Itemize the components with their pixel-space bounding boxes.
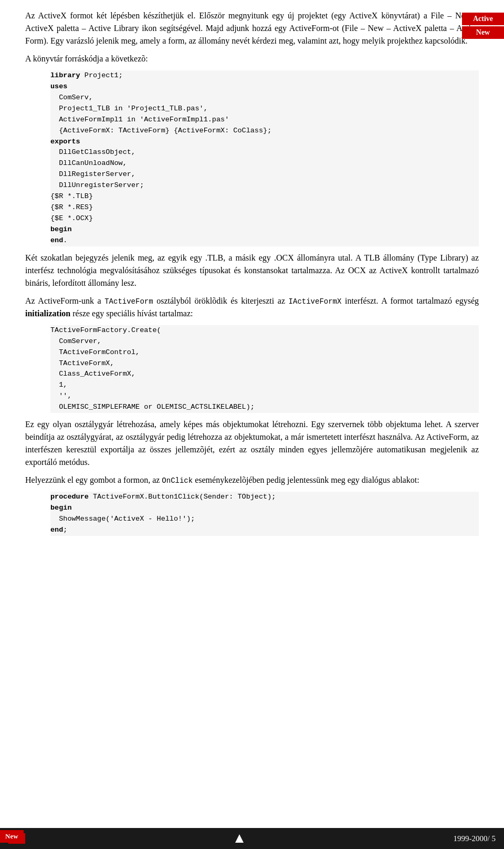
code-block-3: procedure TActiveFormX.Button1Click(Send… xyxy=(50,492,479,536)
left-new-tag: New xyxy=(0,830,24,843)
triangle-icon xyxy=(234,833,245,844)
inline-code-iactiveformx: IActiveFormX xyxy=(289,297,342,306)
paragraph-6: Helyezzünk el egy gombot a formon, az On… xyxy=(25,474,479,486)
footer-center xyxy=(234,833,245,844)
paragraph-5: Ez egy olyan osztálygyár létrehozása, am… xyxy=(25,418,479,469)
inline-code-tactiveform: TActiveForm xyxy=(104,297,153,306)
active-tag: Active xyxy=(462,13,504,25)
inline-code-onclick: OnClick xyxy=(162,477,193,485)
paragraph-1: Az ActiveX formot két lépésben készíthet… xyxy=(25,9,479,47)
paragraph-2: A könyvtár forráskódja a következõ: xyxy=(25,53,479,65)
footer-year: 1999-2000/ 5 xyxy=(454,834,496,843)
paragraph-3: Két szokatlan bejegyzés jelenik meg, az … xyxy=(25,252,479,289)
new-tag: New xyxy=(462,26,504,39)
page-content: Az ActiveX formot két lépésben készíthet… xyxy=(0,0,504,573)
inline-bold-initialization: initialization xyxy=(25,309,70,318)
page-footer: 190 1999-2000/ 5 xyxy=(0,828,504,849)
code-block-2: TActiveFormFactory.Create( ComServer, TA… xyxy=(50,325,479,413)
right-tags: Active New xyxy=(462,13,504,40)
code-block-1: library Project1; uses ComServ, Project1… xyxy=(50,70,479,246)
paragraph-4: Az ActiveForm-unk a TActiveForm osztályb… xyxy=(25,295,479,320)
svg-marker-0 xyxy=(235,834,244,843)
